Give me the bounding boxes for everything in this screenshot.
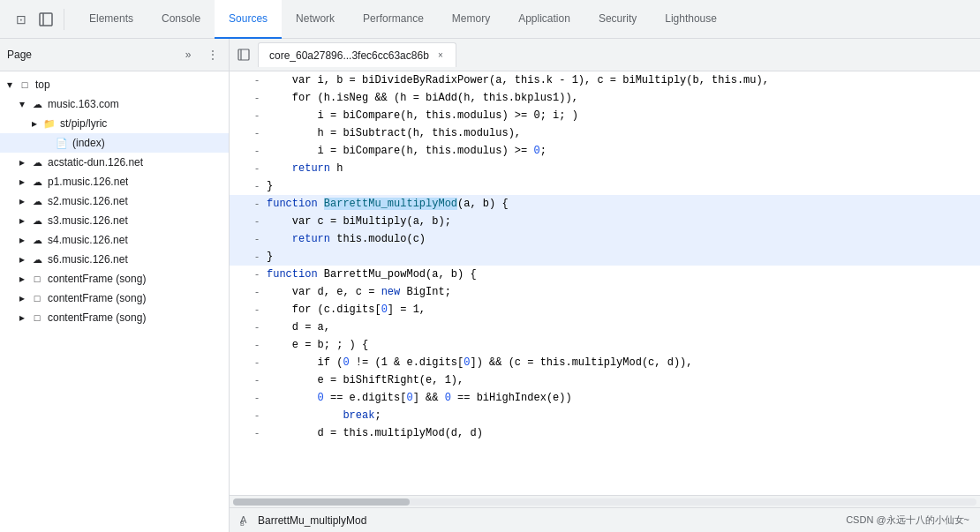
file-tab-bar: core_60a27896...3fec6cc63ac86b × (230, 39, 980, 71)
arrow-music163: ▾ (16, 98, 28, 110)
svg-rect-2 (238, 49, 249, 60)
tree-item-frame-1[interactable]: ▸ □ contentFrame (song) (0, 269, 229, 288)
tree-label-frame-2: contentFrame (song) (48, 292, 146, 304)
tree-item-s2[interactable]: ▸ ☁ s2.music.126.net (0, 191, 229, 211)
tree-item-acstatic[interactable]: ▸ ☁ acstatic-dun.126.net (0, 153, 229, 172)
arrow-p1: ▸ (16, 176, 28, 188)
status-function-name: BarrettMu_multiplyMod (258, 514, 846, 527)
arrow-pip: ▸ (28, 117, 41, 130)
folder-icon: □ (18, 78, 32, 92)
cloud-icon-2: ☁ (30, 155, 44, 169)
code-line: - i = biCompare(h, this.modulus) >= 0; (230, 142, 980, 160)
file-tab-core[interactable]: core_60a27896...3fec6cc63ac86b × (258, 42, 456, 67)
code-editor[interactable]: - var i, b = biDivideByRadixPower(a, thi… (230, 71, 980, 495)
code-line: - d = a, (230, 318, 980, 336)
arrow-s2: ▸ (16, 195, 28, 207)
tree-label-index: (index) (72, 137, 105, 149)
tree-item-frame-3[interactable]: ▸ □ contentFrame (song) (0, 308, 229, 327)
file-tab-close-btn[interactable]: × (434, 49, 447, 62)
code-line: - d = this.multiplyMod(d, d) (230, 424, 980, 442)
cloud-icon-5: ☁ (30, 214, 44, 228)
scrollbar-track[interactable] (233, 498, 976, 506)
tree-label-frame-1: contentFrame (song) (48, 273, 146, 285)
arrow-frame-2: ▸ (16, 292, 28, 304)
tab-application[interactable]: Application (504, 0, 584, 39)
tree-label-pip: st/pip/lyric (60, 117, 107, 130)
tree-item-s6[interactable]: ▸ ☁ s6.music.126.net (0, 250, 229, 269)
code-line: - } (230, 177, 980, 195)
tab-console[interactable]: Console (147, 0, 215, 39)
frame-icon-3: □ (30, 311, 44, 325)
tree-label-s6: s6.music.126.net (48, 253, 128, 266)
code-line: - for (c.digits[0] = 1, (230, 301, 980, 318)
tree-item-frame-2[interactable]: ▸ □ contentFrame (song) (0, 288, 229, 308)
cloud-icon-3: ☁ (30, 175, 44, 189)
code-line: - h = biSubtract(h, this.modulus), (230, 124, 980, 142)
tab-sources[interactable]: Sources (215, 0, 282, 39)
tree-label-frame-3: contentFrame (song) (48, 311, 146, 324)
cloud-icon-4: ☁ (30, 194, 44, 208)
cloud-icon-6: ☁ (30, 233, 44, 247)
tab-bar: Elements Console Sources Network Perform… (75, 0, 976, 39)
tree-item-pip[interactable]: ▸ 📁 st/pip/lyric (0, 114, 229, 133)
code-line: - var d, e, c = new BigInt; (230, 283, 980, 301)
tab-memory[interactable]: Memory (438, 0, 504, 39)
tree-item-music163[interactable]: ▾ ☁ music.163.com (0, 94, 229, 114)
tree-label-s2: s2.music.126.net (48, 195, 128, 207)
tab-lighthouse[interactable]: Lighthouse (651, 0, 731, 39)
status-bar: A B BarrettMu_multiplyMod CSDN @永远十八的小仙女… (230, 507, 980, 532)
tree-label-acstatic: acstatic-dun.126.net (48, 156, 143, 169)
tab-security[interactable]: Security (584, 0, 651, 39)
main-layout: Page » ⋮ ▾ □ top ▾ ☁ music.163.com ▸ 📁 (0, 39, 980, 532)
dock-icon[interactable]: ⊡ (11, 9, 32, 30)
code-line: - break; (230, 407, 980, 424)
code-line: - return h (230, 160, 980, 177)
toolbar-icons: ⊡ (4, 9, 75, 30)
code-line-highlighted: - } (230, 248, 980, 266)
horizontal-scrollbar[interactable] (230, 495, 980, 507)
code-line-highlighted: - var c = biMultiply(a, b); (230, 213, 980, 230)
tree-item-index[interactable]: ▸ 📄 (index) (0, 133, 229, 153)
folder-small-icon: 📁 (42, 116, 57, 131)
status-search-icon: A B (240, 513, 253, 528)
frame-icon-2: □ (30, 291, 44, 305)
tree-item-s4[interactable]: ▸ ☁ s4.music.126.net (0, 230, 229, 250)
file-tab-name: core_60a27896...3fec6cc63ac86b (269, 49, 429, 62)
sidebar-header: Page » ⋮ (0, 39, 229, 71)
frame-icon-1: □ (30, 272, 44, 286)
tab-network[interactable]: Network (282, 0, 349, 39)
arrow-s3: ▸ (16, 214, 28, 227)
tree-item-top[interactable]: ▾ □ top (0, 75, 229, 94)
arrow-top: ▾ (4, 79, 16, 91)
toolbar: ⊡ Elements Console Sources Network Perfo… (0, 0, 980, 39)
tree-item-s3[interactable]: ▸ ☁ s3.music.126.net (0, 211, 229, 230)
cloud-icon-7: ☁ (30, 252, 44, 266)
svg-text:B: B (240, 521, 245, 526)
code-line: - for (h.isNeg && (h = biAdd(h, this.bkp… (230, 89, 980, 107)
status-right-text: CSDN @永远十八的小仙女~ (846, 513, 969, 527)
inspect-icon[interactable] (35, 9, 57, 30)
tab-performance[interactable]: Performance (349, 0, 438, 39)
toolbar-divider (64, 9, 64, 30)
tree-label-music163: music.163.com (48, 98, 119, 110)
collapse-sidebar-btn[interactable] (233, 44, 254, 65)
tree-label-s4: s4.music.126.net (48, 234, 128, 246)
code-line: - function BarrettMu_powMod(a, b) { (230, 266, 980, 283)
tree-item-p1[interactable]: ▸ ☁ p1.music.126.net (0, 172, 229, 191)
code-line: - e = b; ; ) { (230, 336, 980, 354)
code-line: - e = biShiftRight(e, 1), (230, 371, 980, 389)
file-icon: 📄 (55, 136, 69, 150)
content-area: core_60a27896...3fec6cc63ac86b × - var i… (230, 39, 980, 532)
sidebar-more-btn[interactable]: » (179, 46, 197, 64)
sidebar-menu-btn[interactable]: ⋮ (204, 46, 222, 64)
arrow-s4: ▸ (16, 234, 28, 246)
code-line-highlighted: - function BarrettMu_multiplyMod(a, b) { (230, 195, 980, 213)
svg-rect-0 (40, 13, 52, 26)
scrollbar-thumb[interactable] (233, 498, 410, 506)
arrow-frame-1: ▸ (16, 273, 28, 285)
sidebar-page-label: Page (7, 49, 179, 61)
tree-label-p1: p1.music.126.net (48, 176, 128, 188)
file-tree: ▾ □ top ▾ ☁ music.163.com ▸ 📁 st/pip/lyr… (0, 71, 229, 532)
arrow-frame-3: ▸ (16, 311, 28, 324)
tab-elements[interactable]: Elements (75, 0, 147, 39)
